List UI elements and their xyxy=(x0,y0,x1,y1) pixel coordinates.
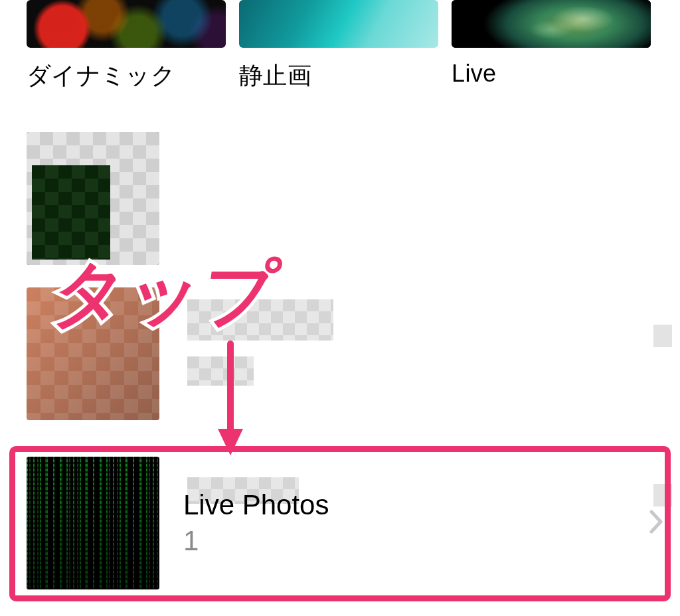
category-live[interactable]: Live xyxy=(452,0,651,92)
album-row-blurred-1[interactable] xyxy=(0,132,680,265)
wallpaper-category-row: ダイナミック 静止画 Live xyxy=(0,0,680,92)
category-still-label: 静止画 xyxy=(239,60,438,92)
album-row-live-photos[interactable]: Live Photos 1 xyxy=(0,457,680,589)
album-text-blurred-1 xyxy=(159,132,653,163)
annotation-arrow-icon xyxy=(214,340,247,459)
category-live-label: Live xyxy=(452,60,651,88)
category-dynamic-thumb xyxy=(27,0,226,48)
category-live-thumb xyxy=(452,0,651,48)
album-thumb-blurred-1 xyxy=(27,132,159,265)
category-dynamic[interactable]: ダイナミック xyxy=(27,0,226,92)
category-still[interactable]: 静止画 xyxy=(239,0,438,92)
chevron-right-icon xyxy=(649,510,667,536)
annotation-tap-label: タップ xyxy=(46,246,286,343)
category-still-thumb xyxy=(239,0,438,48)
album-count-live-photos: 1 xyxy=(183,525,649,557)
category-dynamic-label: ダイナミック xyxy=(27,60,226,92)
album-thumb-live-photos xyxy=(27,457,159,589)
blurred-chevron-1 xyxy=(653,325,672,347)
svg-marker-1 xyxy=(218,429,243,455)
album-title-live-photos: Live Photos xyxy=(183,489,649,521)
